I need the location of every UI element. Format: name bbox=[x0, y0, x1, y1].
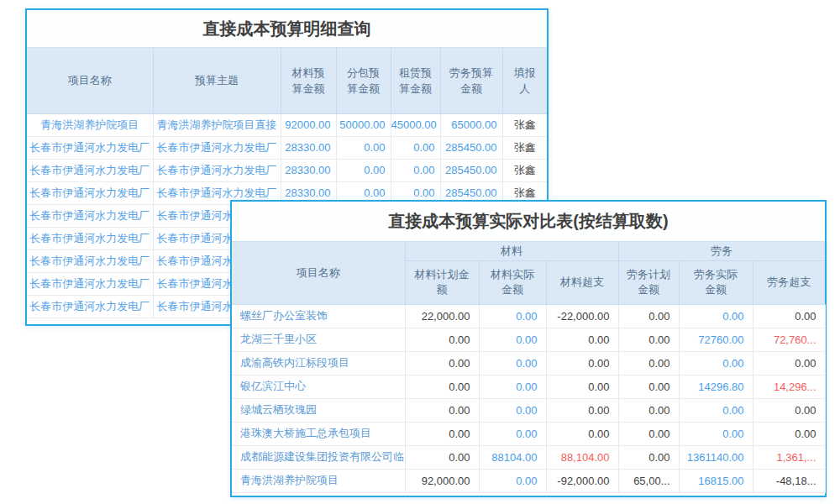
value-cell[interactable]: 14,296... bbox=[753, 375, 825, 398]
value-cell[interactable]: 0.00 bbox=[618, 375, 679, 398]
value-cell[interactable]: 88,104.00 bbox=[546, 445, 618, 469]
value-cell[interactable]: 50000.00 bbox=[336, 113, 391, 136]
value-cell[interactable]: 0.00 bbox=[405, 351, 479, 375]
project-name-cell[interactable]: 港珠澳大桥施工总承包项目 bbox=[232, 422, 405, 445]
value-cell[interactable]: 0.00 bbox=[753, 304, 825, 328]
value-cell[interactable]: 14296.80 bbox=[679, 375, 753, 398]
value-cell[interactable]: 0.00 bbox=[336, 159, 391, 181]
table-row[interactable]: 青海洪湖养护院项目青海洪湖养护院项目直接92000.0050000.004500… bbox=[27, 113, 547, 136]
table-row[interactable]: 成渝高铁内江标段项目0.000.000.000.000.000.00 bbox=[232, 351, 825, 375]
value-cell[interactable]: 0.00 bbox=[618, 398, 679, 422]
table-row[interactable]: 螺丝厂办公室装饰22,000.000.00-22,000.000.000.000… bbox=[232, 304, 825, 328]
value-cell[interactable]: 0.00 bbox=[479, 304, 546, 328]
project-name-cell[interactable]: 长春市伊通河水力发电厂 bbox=[27, 272, 153, 295]
project-name-cell[interactable]: 长春市伊通河水力发电厂 bbox=[27, 249, 153, 272]
value-cell[interactable]: 0.00 bbox=[391, 159, 440, 181]
value-cell[interactable]: 0.00 bbox=[618, 422, 679, 445]
value-cell[interactable]: 22,000.00 bbox=[405, 304, 479, 328]
project-name-cell[interactable]: 青海洪湖养护院项目直接 bbox=[153, 113, 281, 136]
value-cell[interactable]: 16815.00 bbox=[679, 469, 753, 492]
table-row[interactable]: 长春市伊通河水力发电厂长春市伊通河水力发电厂28330.000.000.0028… bbox=[27, 136, 547, 159]
value-cell[interactable]: 72760.00 bbox=[679, 328, 753, 351]
reporter-cell[interactable]: 张鑫 bbox=[502, 159, 547, 181]
value-cell[interactable]: 0.00 bbox=[753, 398, 825, 422]
value-cell[interactable]: 0.00 bbox=[679, 422, 753, 445]
table-row[interactable]: 龙湖三千里小区0.000.000.000.0072760.0072,760... bbox=[232, 328, 825, 351]
value-cell[interactable]: 0.00 bbox=[405, 375, 479, 398]
column-header-material-plan: 材料计划金 额 bbox=[405, 260, 479, 304]
value-cell[interactable]: 0.00 bbox=[479, 469, 546, 492]
value-cell[interactable]: 0.00 bbox=[618, 304, 679, 328]
value-cell[interactable]: 65,00... bbox=[618, 469, 679, 492]
project-name-cell[interactable]: 成渝高铁内江标段项目 bbox=[232, 351, 405, 375]
project-name-cell[interactable]: 长春市伊通河水力发电厂 bbox=[27, 136, 153, 159]
table-row[interactable]: 绿城云栖玫瑰园0.000.000.000.000.000.00 bbox=[232, 398, 825, 422]
detail-header-row: 项目名称 预算主题 材料预 算金额 分包预 算金额 租赁预 算金额 劳务预算 金… bbox=[27, 48, 547, 113]
project-name-cell[interactable]: 长春市伊通河水力发电厂 bbox=[27, 204, 153, 227]
table-row[interactable]: 青海洪湖养护院项目92,000.000.00-92,000.0065,00...… bbox=[232, 469, 825, 492]
value-cell[interactable]: 0.00 bbox=[618, 328, 679, 351]
value-cell[interactable]: 65000.00 bbox=[440, 113, 502, 136]
value-cell[interactable]: 0.00 bbox=[405, 422, 479, 445]
table-row[interactable]: 港珠澳大桥施工总承包项目0.000.000.000.000.000.00 bbox=[232, 422, 825, 445]
value-cell[interactable]: 0.00 bbox=[479, 422, 546, 445]
value-cell[interactable]: 285450.00 bbox=[440, 159, 502, 181]
value-cell[interactable]: 0.00 bbox=[479, 398, 546, 422]
value-cell[interactable]: 0.00 bbox=[391, 136, 440, 159]
value-cell[interactable]: 0.00 bbox=[546, 351, 618, 375]
value-cell[interactable]: 0.00 bbox=[479, 375, 546, 398]
project-name-cell[interactable]: 银亿滨江中心 bbox=[232, 375, 405, 398]
value-cell[interactable]: 0.00 bbox=[405, 398, 479, 422]
value-cell[interactable]: 0.00 bbox=[546, 328, 618, 351]
value-cell[interactable]: 0.00 bbox=[753, 351, 825, 375]
project-name-cell[interactable]: 长春市伊通河水力发电厂 bbox=[27, 227, 153, 249]
value-cell[interactable]: 45000.00 bbox=[391, 113, 440, 136]
reporter-cell[interactable]: 张鑫 bbox=[502, 113, 547, 136]
reporter-cell[interactable]: 张鑫 bbox=[502, 136, 547, 159]
value-cell[interactable]: 0.00 bbox=[618, 351, 679, 375]
value-cell[interactable]: 92,000.00 bbox=[405, 469, 479, 492]
value-cell[interactable]: 0.00 bbox=[679, 351, 753, 375]
value-cell[interactable]: 1361140.00 bbox=[679, 445, 753, 469]
value-cell[interactable]: 0.00 bbox=[679, 304, 753, 328]
project-name-cell[interactable]: 长春市伊通河水力发电厂 bbox=[27, 159, 153, 181]
value-cell[interactable]: 0.00 bbox=[336, 136, 391, 159]
project-name-cell[interactable]: 长春市伊通河水力发电厂 bbox=[27, 295, 153, 318]
value-cell[interactable]: 285450.00 bbox=[440, 136, 502, 159]
value-cell[interactable]: -48,18... bbox=[753, 469, 825, 492]
value-cell[interactable]: 28330.00 bbox=[281, 136, 336, 159]
value-cell[interactable]: -92,000.00 bbox=[546, 469, 618, 492]
value-cell[interactable]: 0.00 bbox=[679, 398, 753, 422]
value-cell[interactable]: 0.00 bbox=[479, 328, 546, 351]
table-row[interactable]: 长春市伊通河水力发电厂长春市伊通河水力发电厂28330.000.000.0028… bbox=[27, 159, 547, 181]
value-cell[interactable]: 0.00 bbox=[546, 398, 618, 422]
value-cell[interactable]: 0.00 bbox=[479, 351, 546, 375]
value-cell[interactable]: 0.00 bbox=[546, 375, 618, 398]
project-name-cell[interactable]: 青海洪湖养护院项目 bbox=[27, 113, 153, 136]
value-cell[interactable]: 0.00 bbox=[546, 422, 618, 445]
value-cell[interactable]: 0.00 bbox=[753, 422, 825, 445]
value-cell[interactable]: 88104.00 bbox=[479, 445, 546, 469]
column-header-budget-subject: 预算主题 bbox=[153, 48, 281, 113]
project-name-cell[interactable]: 螺丝厂办公室装饰 bbox=[232, 304, 405, 328]
table-row[interactable]: 成都能源建设集团投资有限公司临0.0088104.0088,104.000.00… bbox=[232, 445, 825, 469]
value-cell[interactable]: 1,361,... bbox=[753, 445, 825, 469]
project-name-cell[interactable]: 成都能源建设集团投资有限公司临 bbox=[232, 445, 405, 469]
project-name-cell[interactable]: 长春市伊通河水力发电厂 bbox=[27, 181, 153, 204]
project-name-cell[interactable]: 绿城云栖玫瑰园 bbox=[232, 398, 405, 422]
value-cell[interactable]: -22,000.00 bbox=[546, 304, 618, 328]
value-cell[interactable]: 28330.00 bbox=[281, 159, 336, 181]
column-header-labor-budget: 劳务预算 金额 bbox=[440, 48, 502, 113]
table-row[interactable]: 银亿滨江中心0.000.000.000.0014296.8014,296... bbox=[232, 375, 825, 398]
project-name-cell[interactable]: 青海洪湖养护院项目 bbox=[232, 469, 405, 492]
value-cell[interactable]: 72,760... bbox=[753, 328, 825, 351]
value-cell[interactable]: 0.00 bbox=[405, 328, 479, 351]
project-name-cell[interactable]: 长春市伊通河水力发电厂 bbox=[153, 136, 281, 159]
column-header-project-name: 项目名称 bbox=[232, 242, 405, 304]
value-cell[interactable]: 92000.00 bbox=[281, 113, 336, 136]
column-header-labor-actual: 劳务实际 金额 bbox=[679, 260, 753, 304]
value-cell[interactable]: 0.00 bbox=[405, 445, 479, 469]
value-cell[interactable]: 0.00 bbox=[618, 445, 679, 469]
project-name-cell[interactable]: 长春市伊通河水力发电厂 bbox=[153, 159, 281, 181]
project-name-cell[interactable]: 龙湖三千里小区 bbox=[232, 328, 405, 351]
